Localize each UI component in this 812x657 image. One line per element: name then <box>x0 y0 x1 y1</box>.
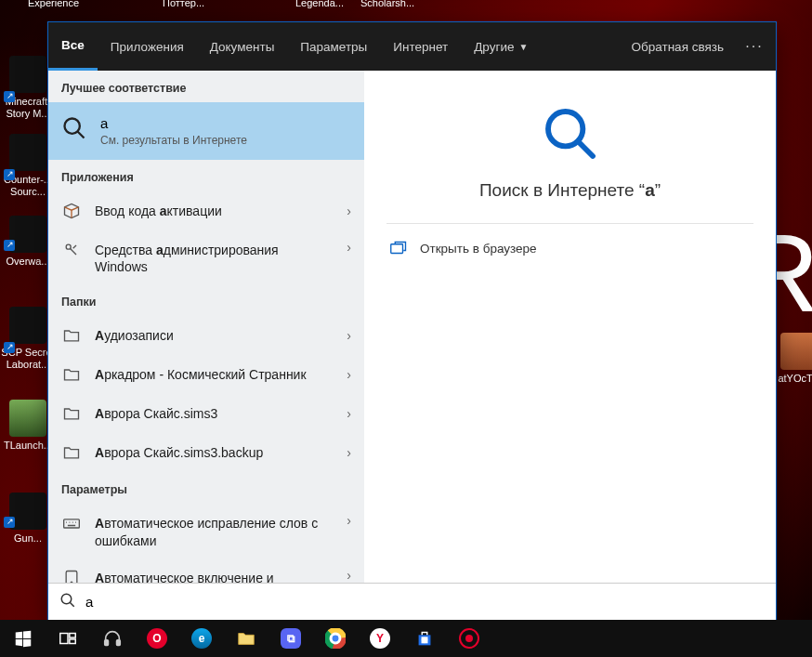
result-item[interactable]: Аудиозаписи › <box>48 316 364 355</box>
result-label: Автоматическое включение и выключение ре… <box>95 568 334 583</box>
svg-rect-11 <box>60 634 68 644</box>
svg-rect-8 <box>391 244 403 254</box>
chevron-right-icon: › <box>347 445 351 460</box>
search-input[interactable] <box>85 594 766 610</box>
taskbar-app-discord[interactable]: ⧉ <box>269 620 312 657</box>
desktop-icon[interactable]: atYOcT... <box>771 333 812 385</box>
tab-Приложения[interactable]: Приложения <box>98 22 197 71</box>
search-icon <box>386 100 753 180</box>
section-apps: Приложения <box>48 160 364 191</box>
tab-Документы[interactable]: Документы <box>197 22 288 71</box>
svg-line-7 <box>578 142 592 156</box>
best-match-item[interactable]: a См. результаты в Интернете <box>48 102 364 160</box>
tab-Параметры[interactable]: Параметры <box>287 22 380 71</box>
chevron-right-icon: › <box>347 513 351 528</box>
folder-icon <box>61 403 82 424</box>
result-item[interactable]: Аврора Скайс.sims3.backup › <box>48 433 364 472</box>
folder-icon <box>61 364 82 385</box>
result-label: Средства администрирования Windows <box>95 240 334 275</box>
preview-pane: Поиск в Интернете “a” Открыть в браузере <box>364 71 776 583</box>
result-item[interactable]: Аркадром - Космический Странник › <box>48 355 364 394</box>
box-icon <box>61 201 82 221</box>
taskbar-app-opera[interactable]: О <box>136 620 178 657</box>
search-icon <box>59 592 76 612</box>
best-match-title: a <box>100 115 247 131</box>
section-best-match: Лучшее соответствие <box>48 71 364 102</box>
taskbar-app-yandex[interactable]: Y <box>359 620 401 657</box>
taskbar-task-view[interactable] <box>46 620 89 657</box>
taskbar-app-record[interactable] <box>448 620 491 657</box>
result-item[interactable]: Средства администрирования Windows › <box>48 230 364 284</box>
chevron-right-icon: › <box>347 406 351 421</box>
best-match-subtitle: См. результаты в Интернете <box>100 134 247 147</box>
taskbar-app-headset[interactable] <box>91 620 134 657</box>
section-params: Параметры <box>48 472 364 504</box>
taskbar-app-store[interactable] <box>403 620 446 657</box>
search-bar[interactable] <box>48 583 776 620</box>
result-label: Аврора Скайс.sims3.backup <box>95 444 334 461</box>
svg-point-0 <box>65 119 80 134</box>
result-item[interactable]: Аврора Скайс.sims3 › <box>48 394 364 433</box>
chevron-down-icon: ▼ <box>518 42 528 52</box>
desktop-icon-label[interactable]: Experience <box>28 0 79 8</box>
result-item[interactable]: Ввод кода активации › <box>48 191 364 230</box>
feedback-link[interactable]: Обратная связь <box>619 22 737 71</box>
desktop-icon[interactable]: Overwa... <box>0 216 56 268</box>
tablet-icon <box>61 568 82 583</box>
result-label: Аврора Скайс.sims3 <box>95 405 334 422</box>
desktop-icon[interactable]: TLaunch... <box>0 400 56 452</box>
svg-rect-3 <box>64 519 80 528</box>
open-in-browser[interactable]: Открыть в браузере <box>386 224 753 256</box>
taskbar-app-edge[interactable]: e <box>180 620 223 657</box>
tab-Другие[interactable]: Другие▼ <box>461 22 541 71</box>
search-window: ВсеПриложенияДокументыПараметрыИнтернетД… <box>48 22 776 620</box>
section-folders: Папки <box>48 284 364 316</box>
result-label: Автоматическое исправление слов с ошибка… <box>95 513 334 548</box>
result-item[interactable]: Автоматическое включение и выключение ре… <box>48 558 364 583</box>
svg-rect-24 <box>422 640 424 642</box>
taskbar: Оe⧉Y <box>0 620 812 657</box>
tab-Интернет[interactable]: Интернет <box>380 22 461 71</box>
taskbar-app-chrome[interactable] <box>314 620 357 657</box>
svg-point-9 <box>61 594 72 604</box>
svg-line-1 <box>78 132 85 138</box>
result-label: Аудиозаписи <box>95 327 334 344</box>
taskbar-app-explorer[interactable] <box>225 620 268 657</box>
preview-headline: Поиск в Интернете “a” <box>386 180 753 224</box>
chevron-right-icon: › <box>347 568 351 583</box>
desktop-icon-label[interactable]: Legenda... <box>295 0 344 8</box>
svg-rect-12 <box>70 634 75 638</box>
desktop-icon[interactable]: Counter-...Sourc... <box>0 134 56 197</box>
svg-rect-22 <box>422 637 424 639</box>
taskbar-start[interactable] <box>2 620 45 657</box>
folder-icon <box>61 442 82 463</box>
result-label: Аркадром - Космический Странник <box>95 366 334 383</box>
more-options-button[interactable]: ··· <box>737 22 772 71</box>
keyboard-icon <box>61 513 82 533</box>
desktop-icon[interactable]: SCP SecretLaborat... <box>0 307 56 370</box>
svg-rect-23 <box>425 637 426 639</box>
search-icon <box>61 115 87 141</box>
search-tabs-bar: ВсеПриложенияДокументыПараметрыИнтернетД… <box>48 22 776 71</box>
tab-Все[interactable]: Все <box>48 22 98 71</box>
svg-rect-4 <box>66 571 77 583</box>
chevron-right-icon: › <box>347 328 351 343</box>
result-item[interactable]: Автоматическое исправление слов с ошибка… <box>48 504 364 558</box>
svg-rect-13 <box>70 639 75 644</box>
desktop-icon-label[interactable]: Поттер... <box>163 0 204 8</box>
folder-icon <box>61 325 82 346</box>
svg-line-10 <box>70 602 74 607</box>
chevron-right-icon: › <box>347 204 351 218</box>
desktop-icon[interactable]: Gun... <box>0 493 56 545</box>
results-list: Лучшее соответствие a См. результаты в И… <box>48 71 364 583</box>
desktop-icon-label[interactable]: Scholarsh... <box>360 0 414 8</box>
chevron-right-icon: › <box>347 367 351 382</box>
svg-rect-15 <box>117 640 121 646</box>
svg-rect-14 <box>105 640 109 646</box>
desktop-icon[interactable]: Minecraft:Story M... <box>0 56 56 119</box>
svg-rect-25 <box>425 640 426 642</box>
result-label: Ввод кода активации <box>95 203 334 219</box>
chevron-right-icon: › <box>347 240 351 255</box>
tools-icon <box>61 240 82 260</box>
open-browser-icon <box>390 241 407 256</box>
